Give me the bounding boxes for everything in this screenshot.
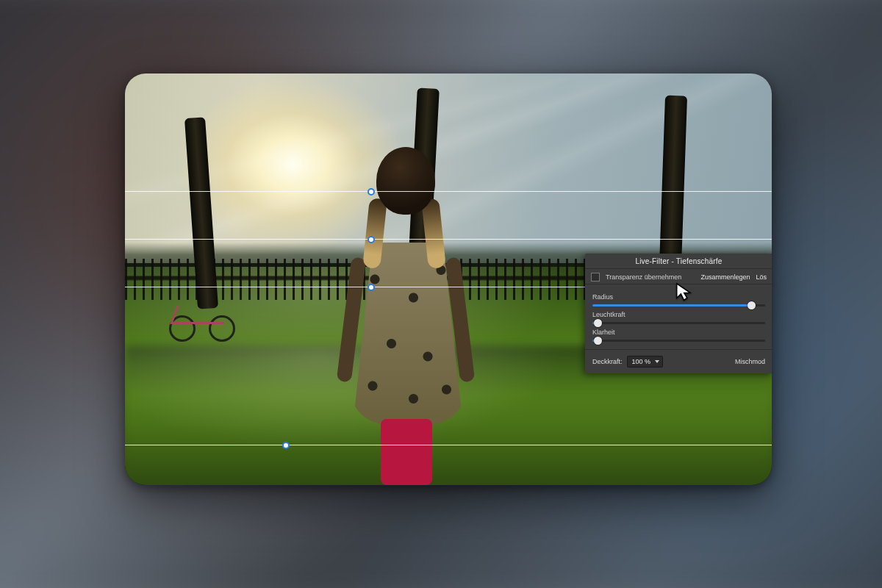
radius-slider[interactable] xyxy=(592,304,765,306)
preview-card: Live-Filter - Tiefenschärfe Transparenz … xyxy=(125,74,772,485)
clarity-label: Klarheit xyxy=(592,329,765,336)
dof-guide-handle[interactable] xyxy=(368,188,375,196)
radius-label: Radius xyxy=(592,293,765,301)
panel-title: Live-Filter - Tiefenschärfe xyxy=(585,254,772,269)
dof-guide-line-bottom[interactable] xyxy=(125,445,772,445)
opacity-select[interactable]: 100 % xyxy=(627,356,664,368)
clarity-slider[interactable] xyxy=(592,340,765,342)
dof-guide-handle[interactable] xyxy=(282,442,290,449)
panel-top-row: Transparenz übernehmen Zusammenlegen Lös xyxy=(585,269,772,284)
dof-guide-line-top-inner[interactable] xyxy=(125,239,772,240)
photo-bicycle xyxy=(169,301,235,342)
merge-link[interactable]: Zusammenlegen xyxy=(700,273,750,281)
panel-sliders: Radius Leuchtkraft Klarheit xyxy=(585,284,772,343)
dof-guide-handle[interactable] xyxy=(368,284,375,291)
transparency-checkbox[interactable] xyxy=(591,273,600,282)
blendmode-label: Mischmod xyxy=(735,358,765,365)
dof-guide-line-top-outer[interactable] xyxy=(125,191,772,192)
luminance-label: Leuchtkraft xyxy=(592,311,765,318)
dof-guide-handle[interactable] xyxy=(368,236,375,243)
opacity-label: Deckkraft: xyxy=(592,358,623,365)
photo-subject-child xyxy=(331,147,478,485)
luminance-slider[interactable] xyxy=(592,322,765,324)
delete-link[interactable]: Lös xyxy=(756,273,767,281)
transparency-checkbox-label: Transparenz übernehmen xyxy=(606,273,681,281)
panel-bottom-row: Deckkraft: 100 % Mischmod xyxy=(585,349,772,369)
live-filter-panel: Live-Filter - Tiefenschärfe Transparenz … xyxy=(585,254,772,373)
